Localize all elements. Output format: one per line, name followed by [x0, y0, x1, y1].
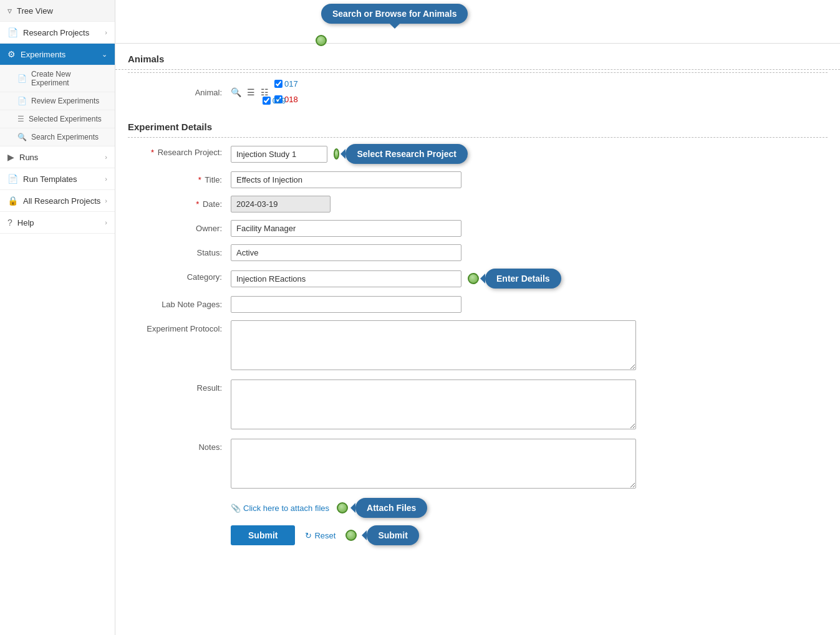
enter-details-bubble[interactable]: Enter Details [485, 269, 561, 289]
protocol-label: Experiment Protocol: [128, 320, 231, 333]
search-animals-icon[interactable]: 🔍 [231, 87, 241, 97]
notes-row: Notes: [128, 439, 828, 490]
research-project-input[interactable] [231, 146, 327, 163]
submit-area: Submit ↻ Reset Submit [231, 525, 419, 545]
chevron-right-icon-templates: › [105, 175, 107, 183]
submit-row: Submit ↻ Reset Submit [128, 525, 828, 545]
notes-label: Notes: [128, 439, 231, 452]
animals-section: Animals Animal: 🔍 ☰ ☷ 017 018 [115, 44, 840, 112]
run-templates-icon: 📄 [7, 174, 18, 184]
research-project-label: Research Project: [128, 144, 231, 157]
sidebar-item-runs[interactable]: ▶ Runs › [0, 146, 115, 168]
owner-input[interactable] [231, 220, 461, 237]
owner-label: Owner: [128, 220, 231, 233]
runs-icon: ▶ [7, 152, 14, 162]
submit-connector [345, 530, 357, 541]
title-input[interactable] [231, 171, 461, 188]
protocol-field [231, 320, 636, 372]
lab-note-input[interactable] [231, 296, 461, 313]
sidebar-item-help[interactable]: ? Help › [0, 212, 115, 234]
lab-note-field [231, 296, 468, 313]
review-icon: 📄 [17, 97, 27, 105]
sidebar-item-selected-experiments[interactable]: ☰ Selected Experiments [0, 110, 115, 128]
title-label: Title: [128, 171, 231, 184]
date-label: Date: [128, 196, 231, 209]
search-browse-bubble[interactable]: Search or Browse for Animals [321, 4, 468, 24]
animal-controls: 🔍 ☰ ☷ 017 018 019 [231, 79, 314, 105]
chevron-right-icon-help: › [105, 219, 107, 226]
research-project-field: Select Research Project [231, 144, 468, 164]
animal-019-checkbox[interactable] [263, 97, 271, 105]
main-content: Search or Browse for Animals Animals Ani… [115, 0, 840, 635]
search-icon: 🔍 [17, 133, 27, 141]
reset-icon: ↻ [305, 531, 312, 540]
protocol-textarea[interactable] [231, 320, 636, 370]
date-input[interactable] [231, 196, 331, 212]
research-projects-icon: 📄 [7, 27, 18, 37]
list-animals-icon[interactable]: ☰ [247, 87, 255, 97]
result-field [231, 380, 636, 431]
experiments-icon: ⚙ [7, 49, 16, 59]
status-row: Status: [128, 244, 828, 261]
experiment-details-section: Experiment Details Research Project: Sel… [115, 112, 840, 559]
animal-019-check[interactable]: 019 [263, 96, 286, 105]
attach-files-area: 📎 Click here to attach files Attach File… [231, 498, 427, 518]
notes-field [231, 439, 636, 490]
attach-files-spacer [128, 498, 231, 502]
reset-link[interactable]: ↻ Reset [305, 531, 336, 540]
sidebar-item-research-projects[interactable]: 📄 Research Projects › [0, 22, 115, 44]
date-field [231, 196, 468, 212]
lab-note-row: Lab Note Pages: [128, 296, 828, 313]
sidebar-item-experiments[interactable]: ⚙ Experiments ⌄ [0, 44, 115, 65]
title-field [231, 171, 468, 188]
lab-note-label: Lab Note Pages: [128, 296, 231, 309]
category-field: Enter Details [231, 269, 605, 289]
notes-textarea[interactable] [231, 439, 636, 489]
animal-017-checkbox[interactable] [274, 80, 282, 88]
top-area: Search or Browse for Animals [115, 0, 840, 44]
submit-spacer [128, 525, 231, 529]
sidebar-item-create-experiment[interactable]: 📄 Create New Experiment [0, 65, 115, 92]
sidebar-item-all-research-projects[interactable]: 🔒 All Research Projects › [0, 190, 115, 212]
sidebar-item-search-experiments[interactable]: 🔍 Search Experiments [0, 128, 115, 146]
chevron-right-icon-projects: › [105, 197, 107, 204]
attach-files-link[interactable]: 📎 Click here to attach files [231, 504, 329, 513]
selected-icon: ☰ [17, 115, 24, 123]
sidebar-item-tree-view[interactable]: ▿ Tree View [0, 0, 115, 22]
result-label: Result: [128, 380, 231, 393]
result-textarea[interactable] [231, 380, 636, 429]
sidebar-item-review-experiments[interactable]: 📄 Review Experiments [0, 92, 115, 110]
select-research-project-bubble[interactable]: Select Research Project [345, 144, 468, 164]
status-label: Status: [128, 244, 231, 257]
animals-header: Animals [115, 44, 840, 70]
research-project-row: Research Project: Select Research Projec… [128, 144, 828, 164]
submit-button[interactable]: Submit [231, 525, 295, 545]
chevron-right-icon-runs: › [105, 153, 107, 161]
paperclip-icon: 📎 [231, 504, 241, 513]
attach-files-bubble[interactable]: Attach Files [355, 498, 427, 518]
experiment-details-header: Experiment Details [115, 112, 840, 137]
animal-row: Animal: 🔍 ☰ ☷ 017 018 [115, 73, 840, 112]
protocol-row: Experiment Protocol: [128, 320, 828, 372]
sidebar-item-run-templates[interactable]: 📄 Run Templates › [0, 168, 115, 190]
chevron-right-icon: › [105, 29, 107, 36]
category-input[interactable] [231, 270, 461, 287]
animal-017-check[interactable]: 017 [274, 79, 298, 88]
owner-row: Owner: [128, 220, 828, 237]
search-browse-connector [316, 35, 327, 46]
form-area: Research Project: Select Research Projec… [115, 138, 840, 559]
experiments-submenu: 📄 Create New Experiment 📄 Review Experim… [0, 65, 115, 146]
category-label: Category: [128, 269, 231, 282]
owner-field [231, 220, 468, 237]
status-input[interactable] [231, 244, 461, 261]
chevron-down-icon: ⌄ [102, 50, 107, 59]
status-field [231, 244, 468, 261]
all-projects-icon: 🔒 [7, 196, 18, 206]
sidebar: ▿ Tree View 📄 Research Projects › ⚙ Expe… [0, 0, 115, 635]
date-row: Date: [128, 196, 828, 212]
submit-bubble[interactable]: Submit [367, 525, 418, 545]
title-row: Title: [128, 171, 828, 188]
animal-label: Animal: [128, 88, 231, 97]
category-row: Category: Enter Details [128, 269, 828, 289]
attach-files-row: 📎 Click here to attach files Attach File… [128, 498, 828, 518]
